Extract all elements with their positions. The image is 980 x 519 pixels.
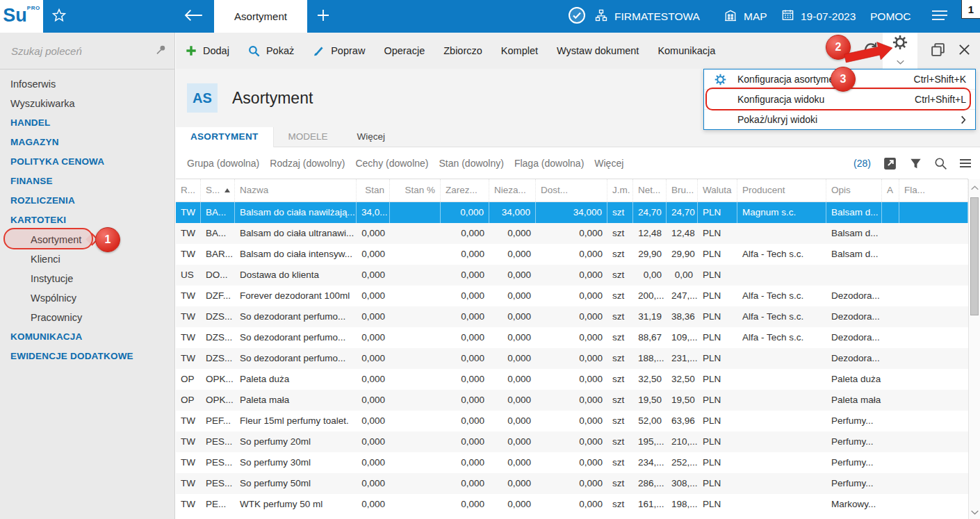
company-menu[interactable]: FIRMATESTOWA xyxy=(594,0,700,33)
toolbar-button-poka[interactable]: Pokaż xyxy=(248,45,294,57)
list-options-icon[interactable] xyxy=(959,158,972,168)
tab-asortyment[interactable]: ASORTYMENT xyxy=(176,127,274,147)
table-row[interactable]: TWPES...So perfumy 20ml0,0000,0000,0000,… xyxy=(176,431,968,452)
table-row[interactable]: TWDZS...So dezodorant perfumo...0,0000,0… xyxy=(176,348,968,369)
column-header-j-m[interactable]: J.m. xyxy=(607,179,633,201)
column-header-nazwa[interactable]: Nazwa xyxy=(235,179,357,201)
sidebar-item-rozliczenia[interactable]: ROZLICZENIA xyxy=(0,191,174,211)
toolbar-button-popraw[interactable]: Popraw xyxy=(313,45,365,57)
app-logo[interactable]: Su PRO xyxy=(0,0,43,33)
table-row[interactable]: OPOPK...Paleta mała0,0000,0000,0000,000s… xyxy=(176,390,968,411)
toolbar-button-wystaw-dokument[interactable]: Wystaw dokument xyxy=(557,45,639,56)
column-header-r[interactable]: R... xyxy=(176,179,201,201)
column-header-zarez[interactable]: Zarez... xyxy=(441,179,489,201)
table-row[interactable]: TWBA...Balsam do ciała nawilżają...34,0.… xyxy=(176,202,968,223)
new-tab-button[interactable] xyxy=(316,0,330,33)
export-icon[interactable] xyxy=(883,156,897,171)
toolbar-button-komunikacja[interactable]: Komunikacja xyxy=(658,45,715,56)
sidebar-item-finanse[interactable]: FINANSE xyxy=(0,172,174,191)
table-row[interactable]: TWPES...So perfumy 50ml0,0000,0000,0000,… xyxy=(176,473,968,494)
window-tab-label: Asortyment xyxy=(234,10,287,22)
search-input[interactable] xyxy=(10,44,155,58)
column-header-stan[interactable]: Stan xyxy=(357,179,390,201)
table-row[interactable]: TWDZS...So dezodorant perfumo...0,0000,0… xyxy=(176,327,968,348)
scrollbar-thumb[interactable] xyxy=(970,197,979,315)
scroll-up-icon[interactable] xyxy=(969,181,980,192)
filter-grupa-dowolna[interactable]: Grupa (dowolna) xyxy=(187,158,259,169)
window-tab-asortyment[interactable]: Asortyment xyxy=(214,0,307,33)
cell-a xyxy=(882,390,899,411)
cell-bru: 38,36 xyxy=(667,306,698,327)
main-menu-button[interactable] xyxy=(931,0,948,33)
pin-icon[interactable] xyxy=(155,43,168,58)
favorites-button[interactable] xyxy=(51,0,67,33)
cell-dost: 0,000 xyxy=(536,348,607,369)
warehouse-menu[interactable]: MAP xyxy=(724,0,767,33)
cell-waluta: PLN xyxy=(698,306,737,327)
back-button[interactable] xyxy=(183,0,204,33)
date-menu[interactable]: 19-07-2023 xyxy=(781,0,856,33)
sidebar-item-wyszukiwarka[interactable]: Wyszukiwarka xyxy=(0,94,174,113)
cell-net: 32,50 xyxy=(633,369,667,390)
cell-fla xyxy=(899,473,968,494)
toolbar-button-zbiorczo[interactable]: Zbiorczo xyxy=(443,45,482,56)
sidebar-item-wsp-lnicy[interactable]: Wspólnicy xyxy=(0,288,174,308)
cell-nazwa: So dezodorant perfumo... xyxy=(235,306,357,327)
column-header-nieza[interactable]: Nieza... xyxy=(489,179,536,201)
sidebar-item-instytucje[interactable]: Instytucje xyxy=(0,269,174,288)
column-header-dost[interactable]: Dost... xyxy=(536,179,607,201)
column-header-opis[interactable]: Opis xyxy=(826,179,882,201)
tab-wi-cej[interactable]: Więcej xyxy=(343,127,400,147)
filter-funnel-icon[interactable] xyxy=(909,157,922,170)
detach-window-button[interactable] xyxy=(930,33,946,69)
column-header-fla[interactable]: Fla... xyxy=(899,179,968,201)
column-header-net[interactable]: Net... xyxy=(633,179,667,201)
sidebar-item-handel[interactable]: HANDEL xyxy=(0,113,174,133)
sidebar-item-kartoteki[interactable]: KARTOTEKI xyxy=(0,211,174,230)
table-row[interactable]: OPOPK...Paleta duża0,0000,0000,0000,000s… xyxy=(176,369,968,390)
filter-cechy-dowolne[interactable]: Cechy (dowolne) xyxy=(355,158,428,169)
table-row[interactable]: TWPEF...Fleur 15ml perfumy toalet.0,0000… xyxy=(176,411,968,431)
filter-wi-cej[interactable]: Więcej xyxy=(594,158,623,169)
toolbar-button-komplet[interactable]: Komplet xyxy=(501,45,538,56)
help-button[interactable]: POMOC xyxy=(870,0,911,33)
back-arrow-icon xyxy=(183,8,204,26)
status-indicator[interactable] xyxy=(568,0,586,33)
sidebar-item-magazyn[interactable]: MAGAZYN xyxy=(0,133,174,152)
filter-flaga-dowolna[interactable]: Flaga (dowolna) xyxy=(514,158,584,169)
cell-r: OP xyxy=(176,369,201,390)
column-header-stan[interactable]: Stan % xyxy=(390,179,441,201)
sidebar-item-klienci[interactable]: Klienci xyxy=(0,249,174,269)
search-icon[interactable] xyxy=(934,157,947,170)
column-header-s[interactable]: S... xyxy=(201,179,235,201)
cell-s: BAR... xyxy=(201,244,235,265)
table-row[interactable]: USDO...Dostawa do klienta0,0000,0000,000… xyxy=(176,265,968,286)
scroll-down-icon[interactable] xyxy=(969,506,980,517)
sidebar-item-ewidencje-dodatkowe[interactable]: EWIDENCJE DODATKOWE xyxy=(0,347,174,366)
table-row[interactable]: TWDZS...So dezodorant perfumo...0,0000,0… xyxy=(176,306,968,327)
column-header-waluta[interactable]: Waluta xyxy=(698,179,737,201)
sidebar-item-polityka-cenowa[interactable]: POLITYKA CENOWA xyxy=(0,152,174,172)
sidebar-item-pracownicy[interactable]: Pracownicy xyxy=(0,308,174,327)
table-row[interactable]: TWBA...Balsam do ciała ultranawi...0,000… xyxy=(176,223,968,244)
close-button[interactable] xyxy=(958,33,971,69)
column-header-bru[interactable]: Bru... xyxy=(667,179,698,201)
table-row[interactable]: TWBAR...Balsam do ciała intensyw...0,000… xyxy=(176,244,968,265)
toolbar-button-dodaj[interactable]: Dodaj xyxy=(186,45,229,56)
cell-stan xyxy=(390,327,441,348)
table-row[interactable]: TWPES...So perfumy 30ml0,0000,0000,0000,… xyxy=(176,452,968,473)
filter-stan-dowolny[interactable]: Stan (dowolny) xyxy=(439,158,504,169)
column-header-label: Fla... xyxy=(904,185,925,195)
table-row[interactable]: TWPE...WTK perfumy 50 ml0,0000,0000,0000… xyxy=(176,494,968,515)
filter-rodzaj-dowolny[interactable]: Rodzaj (dowolny) xyxy=(270,158,345,169)
vertical-scrollbar[interactable] xyxy=(968,179,980,519)
menu-item-poka-ukryj-widoki[interactable]: Pokaż/ukryj widoki xyxy=(704,109,975,129)
table-row[interactable]: TWDZF...Forever dezodorant 100ml0,0000,0… xyxy=(176,286,968,306)
sidebar-item-infoserwis[interactable]: Infoserwis xyxy=(0,74,174,94)
cell-nazwa: Dostawa do klienta xyxy=(235,265,357,286)
column-header-producent[interactable]: Producent xyxy=(737,179,826,201)
sidebar-item-komunikacja[interactable]: KOMUNIKACJA xyxy=(0,327,174,347)
toolbar-button-operacje[interactable]: Operacje xyxy=(384,45,425,56)
tab-modele[interactable]: MODELE xyxy=(274,127,343,147)
column-header-a[interactable]: A xyxy=(882,179,899,201)
